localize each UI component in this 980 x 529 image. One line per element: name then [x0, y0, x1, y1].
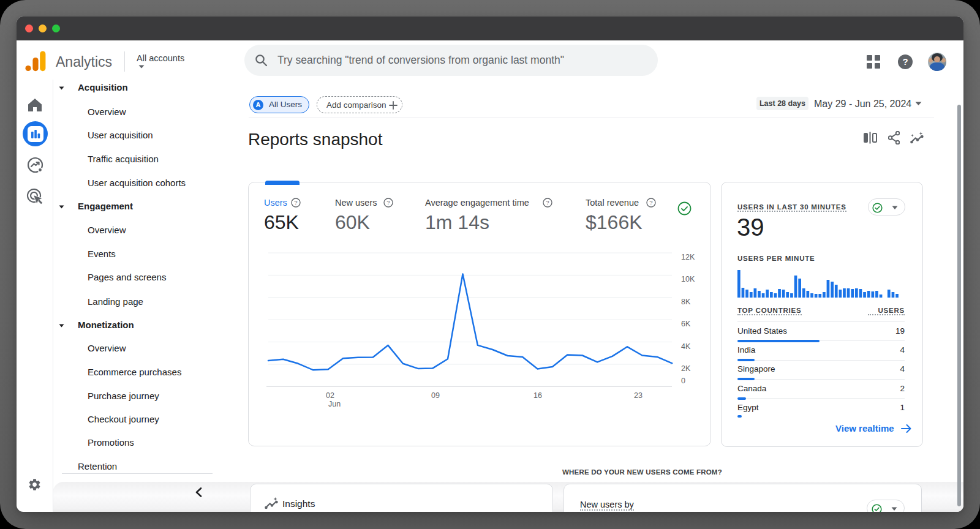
svg-text:?: ?	[386, 199, 390, 206]
svg-text:?: ?	[546, 199, 549, 206]
svg-text:?: ?	[649, 199, 652, 206]
svg-text:?: ?	[294, 199, 297, 206]
